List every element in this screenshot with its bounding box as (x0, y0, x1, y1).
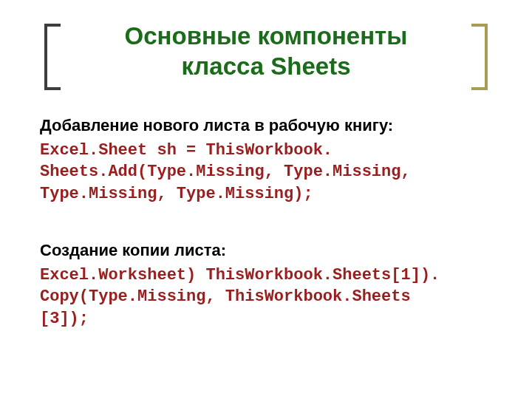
title-container: Основные компоненты класса Sheets (37, 18, 495, 89)
bracket-left-icon (44, 24, 61, 90)
section2-label: Создание копии листа: (40, 241, 495, 260)
section1-code: Excel.Sheet sh = ThisWorkbook. Sheets.Ad… (40, 140, 495, 205)
code-line: Sheets.Add(Type.Missing, Type.Missing, (40, 163, 411, 181)
section1-label: Добавление нового листа в рабочую книгу: (40, 116, 495, 135)
code-line: Copy(Type.Missing, ThisWorkbook.Sheets (40, 287, 411, 306)
spacer (40, 211, 495, 228)
title-line-2: класса Sheets (181, 52, 350, 80)
code-line: [3]); (40, 310, 89, 328)
slide: Основные компоненты класса Sheets Добавл… (0, 0, 532, 399)
slide-title: Основные компоненты класса Sheets (37, 18, 495, 89)
slide-content: Добавление нового листа в рабочую книгу:… (37, 116, 495, 330)
section2-code: Excel.Worksheet) ThisWorkbook.Sheets[1])… (40, 265, 495, 330)
title-line-1: Основные компоненты (125, 22, 408, 50)
code-line: Type.Missing, Type.Missing); (40, 185, 313, 203)
code-line: Excel.Worksheet) ThisWorkbook.Sheets[1])… (40, 266, 440, 284)
bracket-right-icon (471, 24, 488, 90)
code-line: Excel.Sheet sh = ThisWorkbook. (40, 141, 332, 160)
